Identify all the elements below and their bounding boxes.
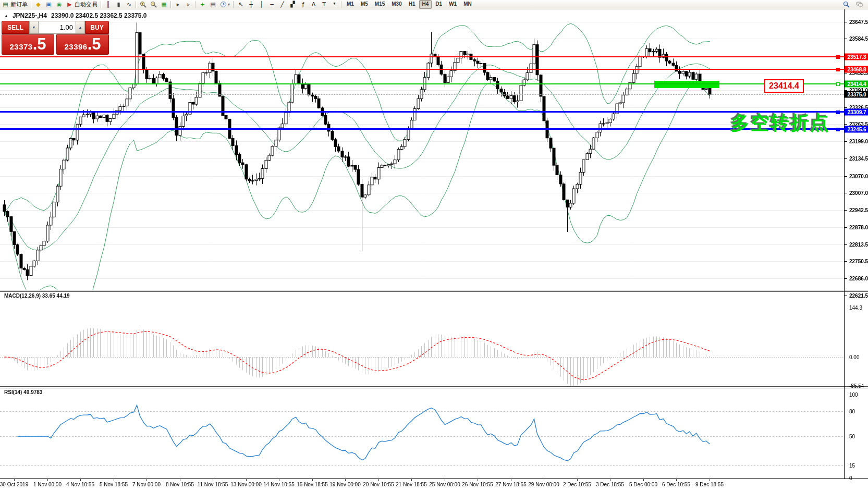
volume-decrease-button[interactable]: ▼ bbox=[29, 21, 39, 34]
timeframe-m1-button[interactable]: M1 bbox=[344, 0, 357, 9]
time-axis-label: 30 Oct 2019 bbox=[0, 482, 28, 487]
vertical-line-button[interactable]: │ bbox=[256, 1, 266, 9]
collapse-icon[interactable]: ▲ bbox=[4, 14, 8, 18]
timeframe-m15-button[interactable]: M15 bbox=[372, 0, 388, 9]
panel-divider[interactable] bbox=[0, 386, 868, 387]
price-tick-label: 22621.5 bbox=[849, 292, 868, 298]
support-line-23309.7[interactable] bbox=[0, 111, 844, 113]
macd-label: MACD(12,26,9) 33.65 44.19 bbox=[4, 293, 70, 299]
market-watch-button[interactable]: ◆ bbox=[33, 1, 43, 9]
timeframe-d1-button[interactable]: D1 bbox=[432, 0, 445, 9]
cursor-icon: ↖ bbox=[237, 1, 244, 8]
pivot-line-23414.4[interactable] bbox=[0, 83, 844, 84]
sell-button[interactable]: SELL bbox=[2, 21, 29, 34]
indicators-button[interactable]: + bbox=[198, 1, 207, 9]
price-tick-label: 22813.5 bbox=[849, 241, 868, 247]
shapes-icon: ＊ bbox=[331, 1, 338, 8]
panel-divider[interactable] bbox=[0, 388, 868, 388]
volume-input[interactable]: 1.00 bbox=[39, 21, 76, 34]
time-tick-mark bbox=[478, 479, 478, 481]
line-handle[interactable] bbox=[836, 111, 840, 114]
new-order-button[interactable]: ▤ 新订单 bbox=[1, 1, 29, 9]
chat-button[interactable] bbox=[854, 1, 865, 9]
zoom-in-button[interactable]: + bbox=[138, 1, 148, 9]
price-tick-label: 22750.5 bbox=[849, 258, 868, 264]
data-window-button[interactable]: ▣ bbox=[44, 1, 54, 9]
zoom-in-icon: + bbox=[140, 1, 146, 8]
timeframe-w1-button[interactable]: W1 bbox=[446, 0, 460, 9]
candlestick-chart-button[interactable]: ▮ bbox=[114, 1, 124, 9]
timeframe-m30-button[interactable]: M30 bbox=[388, 0, 405, 9]
rsi-label: RSI(14) 49.9783 bbox=[4, 389, 42, 395]
price-tick-mark bbox=[845, 22, 847, 22]
autotrading-label: 自动交易 bbox=[75, 1, 97, 8]
time-axis-label: 27 Nov 18:55 bbox=[495, 482, 527, 487]
line-chart-button[interactable]: ∿ bbox=[124, 1, 134, 9]
autotrading-button[interactable]: ▶ 自动交易 bbox=[65, 1, 99, 9]
clock-icon bbox=[220, 1, 227, 8]
bid-line[interactable] bbox=[0, 94, 844, 95]
time-axis-label: 5 Nov 18:55 bbox=[100, 482, 128, 487]
price-tick-label: 23007.0 bbox=[849, 190, 868, 195]
search-button[interactable] bbox=[841, 1, 851, 9]
tile-windows-button[interactable]: ▦ bbox=[159, 1, 169, 9]
sell-price-display[interactable]: 23373 .5 bbox=[2, 34, 54, 55]
crosshair-button[interactable]: ┼ bbox=[246, 1, 256, 9]
time-axis-label: 14 Nov 10:55 bbox=[263, 482, 295, 487]
price-tick-mark bbox=[845, 90, 847, 91]
shapes-button[interactable]: ＊ bbox=[329, 1, 339, 9]
line-handle[interactable] bbox=[836, 68, 840, 71]
resistance-line-23468.8[interactable] bbox=[0, 69, 844, 70]
price-tick-mark bbox=[845, 278, 847, 279]
zoom-out-button[interactable]: − bbox=[149, 1, 158, 9]
time-tick-mark bbox=[312, 479, 313, 481]
channel-icon: ▞ bbox=[289, 1, 296, 8]
time-tick-mark bbox=[544, 479, 544, 481]
panel-divider[interactable] bbox=[0, 291, 868, 292]
price-tick-label: 23199.0 bbox=[849, 139, 868, 144]
periods-button[interactable]: ▾ bbox=[218, 1, 231, 9]
auto-scroll-button[interactable]: ▸ bbox=[173, 1, 183, 9]
navigator-button[interactable]: ◉ bbox=[54, 1, 64, 9]
navigator-icon: ◉ bbox=[56, 1, 63, 8]
resistance-line-23517.3[interactable] bbox=[0, 56, 844, 57]
bar-chart-button[interactable]: ║ bbox=[103, 1, 113, 9]
support-line-23245.6[interactable] bbox=[0, 128, 844, 130]
text-button[interactable]: A bbox=[309, 1, 319, 9]
macd-axis-label: 144.3 bbox=[849, 305, 862, 311]
time-axis-label: 6 Dec 10:55 bbox=[662, 482, 690, 487]
buy-button[interactable]: BUY bbox=[85, 21, 109, 34]
time-tick-mark bbox=[610, 479, 610, 481]
price-tick-mark bbox=[845, 39, 847, 39]
mt4-terminal-window: ▤ 新订单 ◆▣◉ ▶ 自动交易 ║▮∿ + − ▦ ▸▹ +▤ ▾ ↖┼│─╱… bbox=[0, 0, 868, 491]
line-handle[interactable] bbox=[836, 128, 840, 131]
panel-divider[interactable] bbox=[0, 290, 868, 290]
timeframe-h1-button[interactable]: H1 bbox=[406, 0, 419, 9]
rsi-axis-label: 50 bbox=[849, 434, 855, 439]
price-tick-mark bbox=[845, 296, 847, 296]
timeframe-mn-button[interactable]: MN bbox=[460, 0, 475, 9]
level-price-label[interactable]: 23414.4 bbox=[764, 79, 804, 93]
line-handle[interactable] bbox=[836, 55, 840, 59]
indicators-icon: + bbox=[199, 1, 206, 8]
line-handle[interactable] bbox=[836, 82, 840, 86]
timeframe-m5-button[interactable]: M5 bbox=[358, 0, 371, 9]
timeframe-h4-button[interactable]: H4 bbox=[419, 0, 432, 9]
horizontal-line-button[interactable]: ─ bbox=[267, 1, 277, 9]
symbol-period-label: JPN225-,H4 bbox=[13, 12, 47, 19]
channel-button[interactable]: ▞ bbox=[288, 1, 298, 9]
trendline-button[interactable]: ╱ bbox=[277, 1, 287, 9]
turning-point-annotation[interactable]: 多空转折点 bbox=[731, 111, 830, 136]
templates-button[interactable]: ▤ bbox=[208, 1, 218, 9]
buy-price-display[interactable]: 23396 .5 bbox=[56, 34, 109, 55]
time-axis-label: 4 Nov 10:55 bbox=[66, 482, 94, 487]
toolbar-separator bbox=[31, 1, 32, 8]
volume-increase-button[interactable]: ▲ bbox=[76, 21, 85, 34]
fibonacci-button[interactable]: ƒ bbox=[298, 1, 308, 9]
time-axis-label: 29 Nov 00:00 bbox=[528, 482, 559, 487]
price-badge-23468.8: 23468.8 bbox=[845, 66, 868, 73]
tile-windows-icon: ▦ bbox=[161, 1, 167, 8]
label-button[interactable]: T bbox=[319, 1, 329, 9]
chart-shift-button[interactable]: ▹ bbox=[184, 1, 193, 9]
cursor-button[interactable]: ↖ bbox=[236, 1, 246, 9]
